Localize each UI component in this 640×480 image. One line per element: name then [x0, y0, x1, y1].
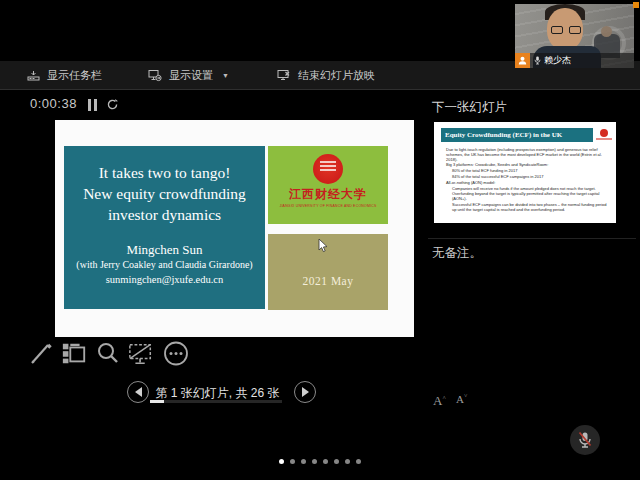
- pen-tool-button[interactable]: [29, 341, 55, 366]
- slide-title-panel: It takes two to tango! New equity crowdf…: [64, 146, 265, 309]
- timer-row: 0:00:38: [0, 96, 420, 116]
- pagination-dot[interactable]: [279, 459, 284, 464]
- elapsed-time: 0:00:38: [30, 96, 77, 111]
- pagination-dot[interactable]: [334, 459, 339, 464]
- notes-divider: [428, 238, 636, 239]
- preview-bullet: Successful ECF campaigns can be divided …: [441, 203, 609, 213]
- next-slide-button[interactable]: [294, 381, 316, 403]
- preview-logo-icon: [600, 129, 608, 137]
- glasses: [551, 26, 581, 34]
- pagination-dots: [279, 459, 361, 464]
- restart-timer-button[interactable]: [106, 97, 119, 115]
- pause-timer-button[interactable]: [88, 99, 98, 111]
- pagination-dot[interactable]: [290, 459, 295, 464]
- next-slide-preview[interactable]: Equity Crowdfunding (ECF) in the UK Due …: [434, 122, 616, 223]
- taskbar-icon: [27, 69, 40, 82]
- university-seal-icon: [313, 154, 343, 184]
- author-name: Mingchen Sun: [64, 242, 265, 257]
- pagination-dot[interactable]: [312, 459, 317, 464]
- coauthors: (with Jerry Coakley and Claudia Girardon…: [64, 257, 265, 272]
- pagination-dot[interactable]: [301, 459, 306, 464]
- show-taskbar-label: 显示任务栏: [47, 68, 102, 83]
- pagination-dot[interactable]: [356, 459, 361, 464]
- increase-notes-font-button[interactable]: A˄: [433, 393, 446, 409]
- end-slideshow-button[interactable]: 结束幻灯片放映: [277, 68, 375, 83]
- next-slide-header: 下一张幻灯片: [432, 99, 507, 116]
- display-settings-caret: ▼: [222, 72, 229, 79]
- preview-logo-caption: [596, 138, 612, 140]
- slide-progress-bar: [150, 400, 282, 403]
- pagination-dot[interactable]: [345, 459, 350, 464]
- webcam-video[interactable]: 赖少杰: [515, 4, 634, 68]
- mouse-cursor: [318, 238, 329, 253]
- end-slideshow-label: 结束幻灯片放映: [298, 68, 375, 83]
- university-name-cn: 江西财经大学: [268, 186, 388, 203]
- university-name-en: JIANGXI UNIVERSITY OF FINANCE AND ECONOM…: [268, 204, 388, 208]
- microphone-muted-button[interactable]: [570, 425, 600, 455]
- wall-clock: 16:57: [385, 0, 415, 15]
- current-slide[interactable]: It takes two to tango! New equity crowdf…: [55, 120, 414, 337]
- more-options-button[interactable]: [163, 341, 189, 366]
- participant-mic-icon: [534, 56, 541, 65]
- display-settings-label: 显示设置: [169, 68, 213, 83]
- person-icon: [518, 56, 527, 65]
- next-arrow-icon: [302, 387, 309, 397]
- author-email: sunmingchen@jxufe.edu.cn: [64, 272, 265, 287]
- participant-name: 赖少杰: [544, 54, 571, 67]
- preview-bullet-list: Due to light-touch regulation (including…: [441, 148, 609, 214]
- display-settings-button[interactable]: 显示设置 ▼: [148, 68, 229, 83]
- see-all-slides-button[interactable]: [61, 341, 87, 366]
- preview-bullet: Overfunding beyond the target is typical…: [441, 192, 609, 202]
- author-block: Mingchen Sun (with Jerry Coakley and Cla…: [64, 242, 265, 287]
- preview-bullet: Due to light-touch regulation (including…: [441, 148, 609, 162]
- decrease-notes-font-button[interactable]: A˅: [456, 393, 467, 405]
- notification-dot: [633, 2, 639, 8]
- preview-slide-title: Equity Crowdfunding (ECF) in the UK: [441, 128, 593, 142]
- slide-date: 2021 May: [303, 275, 354, 287]
- show-taskbar-button[interactable]: 显示任务栏: [27, 68, 102, 83]
- end-slideshow-icon: [277, 69, 291, 82]
- participant-name-bar: 赖少杰: [515, 53, 634, 68]
- display-settings-icon: [148, 69, 162, 82]
- black-screen-button[interactable]: [128, 341, 154, 366]
- participant-avatar-badge: [515, 53, 530, 68]
- restart-icon: [106, 98, 119, 111]
- pagination-dot[interactable]: [323, 459, 328, 464]
- preview-bullet: All-or-nothing (AON) model:: [441, 181, 609, 186]
- notes-text: 无备注。: [432, 245, 482, 262]
- previous-arrow-icon: [135, 387, 142, 397]
- university-panel: 江西财经大学 JIANGXI UNIVERSITY OF FINANCE AND…: [268, 146, 388, 224]
- slide-title: It takes two to tango! New equity crowdf…: [64, 162, 265, 225]
- previous-slide-button[interactable]: [127, 381, 149, 403]
- zoom-slide-button[interactable]: [95, 341, 121, 366]
- presenter-view: 显示任务栏 显示设置 ▼ 结束幻灯片放映 0:00:38 16:57 It ta…: [0, 0, 640, 480]
- microphone-muted-icon: [577, 431, 593, 449]
